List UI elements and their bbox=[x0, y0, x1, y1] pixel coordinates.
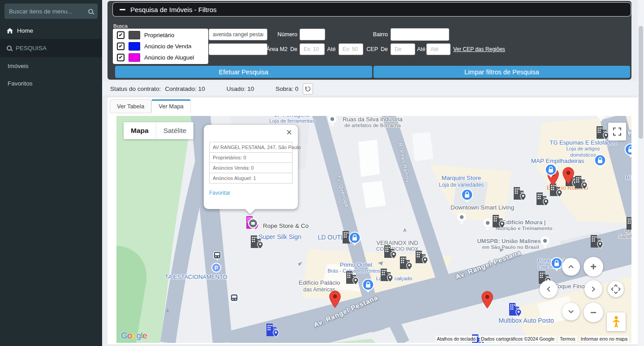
building-marker-icon[interactable] bbox=[536, 191, 549, 208]
sidebar-search bbox=[4, 4, 98, 19]
store-poi-icon[interactable] bbox=[545, 163, 557, 180]
scrollbar-thumb[interactable] bbox=[639, 26, 643, 139]
area-de-input[interactable] bbox=[300, 43, 325, 55]
poi-label[interactable]: Bizar bbox=[626, 174, 631, 181]
building-marker-icon[interactable] bbox=[596, 124, 609, 141]
building-marker-icon[interactable] bbox=[250, 234, 263, 251]
poi-label[interactable]: MAP Empilhadeiras bbox=[531, 158, 584, 165]
favoritar-link[interactable]: Favoritar bbox=[209, 190, 230, 196]
store-poi-icon[interactable] bbox=[362, 278, 374, 295]
tab-ver-mapa[interactable]: Ver Mapa bbox=[151, 99, 191, 113]
store-poi-icon[interactable] bbox=[624, 143, 631, 160]
page-scrollbar[interactable] bbox=[638, 0, 644, 346]
building-marker-icon[interactable] bbox=[626, 215, 631, 232]
pan-down-button[interactable] bbox=[562, 303, 580, 320]
cep-de-input[interactable] bbox=[391, 43, 415, 55]
bus-stop-icon[interactable] bbox=[230, 294, 238, 305]
red-pin-icon[interactable] bbox=[562, 167, 574, 187]
endereco-input[interactable] bbox=[209, 29, 267, 40]
numero-input[interactable] bbox=[300, 29, 325, 40]
poi-label[interactable]: Downtown Smart Living bbox=[451, 204, 514, 211]
red-pin-icon[interactable] bbox=[329, 290, 341, 310]
google-logo-letter: o bbox=[132, 331, 136, 340]
sidebar-search-input[interactable] bbox=[9, 8, 88, 15]
bus-stop-icon[interactable] bbox=[213, 251, 221, 263]
poi-label[interactable]: Marquini StoreLoja de variedades bbox=[439, 175, 484, 188]
sidebar-item-home[interactable]: Home bbox=[0, 22, 102, 39]
building-marker-icon[interactable] bbox=[415, 249, 428, 266]
keyboard-shortcuts-link[interactable]: Atalhos do teclado bbox=[436, 336, 477, 342]
poi-dot-icon[interactable] bbox=[596, 116, 606, 124]
pan-up-button[interactable] bbox=[562, 258, 580, 276]
sidebar-item-pesquisa[interactable]: PESQUISA bbox=[0, 39, 102, 57]
tab-ver-tabela[interactable]: Ver Tabela bbox=[110, 99, 151, 113]
poi-dot-icon[interactable] bbox=[456, 212, 467, 227]
fullscreen-button[interactable] bbox=[608, 123, 626, 141]
terms-link[interactable]: Termos bbox=[558, 336, 576, 342]
cep-ate-input[interactable] bbox=[426, 43, 451, 55]
store-poi-icon[interactable] bbox=[550, 257, 563, 274]
poi-label[interactable]: JP FerragensLoja de ferramentas bbox=[269, 116, 315, 124]
building-marker-blue-icon[interactable] bbox=[266, 322, 279, 339]
map-type-mapa-button[interactable]: Mapa bbox=[124, 122, 156, 139]
building-marker-icon[interactable] bbox=[492, 213, 505, 230]
status-contratado: Contratado: 10 bbox=[165, 85, 205, 92]
poi-label[interactable]: Rope Store & Co bbox=[263, 222, 309, 230]
home-icon bbox=[7, 28, 13, 34]
fullscreen-icon bbox=[613, 128, 621, 136]
bairro-input[interactable] bbox=[391, 28, 449, 41]
building-marker-icon[interactable] bbox=[383, 243, 397, 261]
google-map[interactable]: JP FerragensLoja de ferramentasRuas da S… bbox=[116, 116, 631, 343]
view-tabs: Ver Tabela Ver Mapa bbox=[107, 98, 638, 113]
red-pin-icon[interactable] bbox=[481, 291, 493, 311]
poi-label[interactable]: TG Espumas E EstofadosLoja de artigosdom… bbox=[550, 139, 617, 158]
report-map-error-link[interactable]: Informar erro no mapa bbox=[580, 336, 629, 342]
poi-label[interactable]: Super Silk Sign bbox=[258, 233, 301, 241]
parking-icon[interactable]: P bbox=[211, 262, 222, 276]
poi-label[interactable]: UMSPB: União Malinesaem São Paulo no Bra… bbox=[477, 238, 544, 251]
filters-panel-header[interactable]: Pesquisa de Imóveis - Filtros bbox=[113, 3, 631, 16]
zoom-in-button[interactable]: + bbox=[584, 257, 603, 277]
ver-cep-link[interactable]: Ver CEP das Regiões bbox=[453, 46, 505, 52]
poi-label[interactable]: VERAINOX INDCOMÉRCIO INOX bbox=[376, 239, 418, 252]
poi-dot-icon[interactable] bbox=[482, 218, 493, 233]
building-marker-icon[interactable] bbox=[590, 233, 603, 250]
sidebar-item-imoveis[interactable]: Imóveis bbox=[0, 57, 102, 75]
efetuar-pesquisa-button[interactable]: Efetuar Pesquisa bbox=[115, 66, 372, 78]
anunciante-input[interactable] bbox=[209, 43, 267, 55]
zoom-out-button[interactable]: − bbox=[584, 303, 603, 322]
cep-label: CEP bbox=[362, 46, 378, 52]
area-ate-input[interactable] bbox=[339, 43, 363, 55]
store-poi-icon[interactable] bbox=[348, 231, 361, 248]
pan-right-button[interactable] bbox=[584, 280, 602, 298]
poi-label[interactable]: Multibox Auto Posto bbox=[498, 317, 554, 325]
collapse-icon[interactable] bbox=[120, 9, 125, 10]
refresh-status-button[interactable] bbox=[303, 83, 313, 94]
aluguel-checkbox[interactable] bbox=[117, 54, 125, 61]
poi-dot-icon[interactable] bbox=[540, 235, 550, 251]
poi-label[interactable]: Toque Fino bbox=[555, 283, 585, 290]
building-marker-icon[interactable] bbox=[380, 267, 393, 284]
building-marker-icon[interactable] bbox=[574, 174, 588, 191]
venda-checkbox[interactable] bbox=[117, 43, 125, 50]
google-logo[interactable]: Google bbox=[121, 331, 147, 341]
pan-left-button[interactable] bbox=[540, 280, 558, 298]
sidebar-item-favoritos[interactable]: Favoritos bbox=[0, 75, 102, 92]
sidebar: Home PESQUISA Imóveis Favoritos bbox=[0, 0, 102, 346]
store-poi-icon[interactable] bbox=[461, 188, 473, 205]
poi-dot-icon[interactable] bbox=[327, 116, 338, 129]
building-marker-icon[interactable] bbox=[513, 185, 526, 202]
building-marker-blue-icon[interactable] bbox=[508, 301, 522, 318]
close-icon[interactable]: × bbox=[286, 128, 292, 137]
store-poi-icon[interactable] bbox=[594, 154, 606, 171]
proprietario-checkbox[interactable] bbox=[117, 31, 125, 39]
limpar-filtros-button[interactable]: Limpar filtros de Pesquisa bbox=[374, 66, 631, 78]
building-marker-icon[interactable] bbox=[399, 255, 412, 272]
map-type-satelite-button[interactable]: Satélite bbox=[156, 122, 194, 139]
building-marker-icon[interactable] bbox=[345, 269, 359, 286]
compass-pan-button[interactable] bbox=[608, 281, 624, 297]
search-icon[interactable] bbox=[88, 9, 93, 14]
pegman-button[interactable] bbox=[607, 312, 626, 331]
poi-gray-circle-icon[interactable] bbox=[248, 218, 258, 233]
poi-label[interactable]: Ruas da Silva Industriade artefatos de B… bbox=[343, 116, 403, 128]
